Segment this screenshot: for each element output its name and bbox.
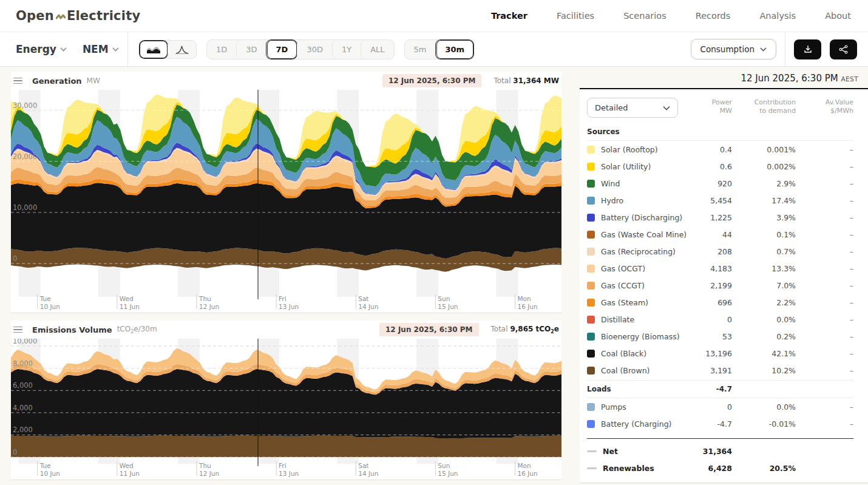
line-view-button[interactable] — [168, 41, 196, 58]
legend-row[interactable]: Coal (Black) 13,196 42.1% – — [587, 345, 853, 362]
chart-total: Total 31,364 MW — [493, 76, 559, 85]
series-contribution-value: 0.0% — [732, 315, 796, 324]
region-select-label: NEM — [83, 43, 109, 55]
range-button-1y[interactable]: 1Y — [332, 40, 361, 59]
series-name: Gas (Reciprocating) — [601, 247, 676, 256]
svg-text:Thu: Thu — [198, 295, 211, 302]
legend-row[interactable]: Gas (Steam) 696 2.2% – — [587, 294, 853, 311]
metric-select[interactable]: Energy — [16, 43, 67, 55]
chart-menu-icon[interactable] — [13, 78, 22, 84]
chart-menu-icon[interactable] — [13, 327, 22, 333]
series-power-value: 1,225 — [690, 213, 732, 222]
series-av-value: – — [796, 402, 853, 412]
nav-item-facilities[interactable]: Facilities — [557, 11, 594, 21]
chart-unit: MW — [87, 76, 100, 85]
series-name: Pumps — [601, 402, 626, 412]
legend-row[interactable]: Pumps 0 0.0% – — [587, 398, 853, 415]
nav-item-tracker[interactable]: Tracker — [491, 11, 527, 21]
legend-row[interactable]: Solar (Rooftop) 0.4 0.001% – — [587, 141, 853, 158]
svg-text:10,000: 10,000 — [13, 203, 37, 212]
range-button-all[interactable]: ALL — [361, 40, 393, 59]
legend-row[interactable]: Battery (Discharging) 1,225 3.9% – — [587, 209, 853, 226]
chart-title: Emissions Volume — [32, 325, 112, 334]
series-contribution-value: 10.2% — [732, 366, 796, 375]
series-color-swatch — [587, 180, 595, 188]
svg-text:16 Jun: 16 Jun — [518, 470, 538, 477]
region-select[interactable]: NEM — [83, 43, 119, 55]
series-power-value: 696 — [690, 298, 732, 307]
series-av-value: – — [796, 419, 853, 429]
share-button[interactable] — [830, 39, 857, 59]
nav-item-records[interactable]: Records — [696, 11, 731, 21]
interval-button-30m[interactable]: 30m — [436, 40, 474, 59]
range-button-7d[interactable]: 7D — [266, 40, 297, 59]
series-name: Gas (Steam) — [601, 298, 648, 307]
series-color-swatch — [587, 467, 597, 469]
series-name: Coal (Brown) — [601, 366, 649, 375]
range-button-30d[interactable]: 30D — [297, 40, 332, 59]
series-av-value: – — [796, 332, 853, 341]
legend-row[interactable]: Distillate 0 0.0% – — [587, 311, 853, 328]
emissions-stacked-area-chart[interactable]: 02,0004,0006,0008,00010,000Tue10 JunWed1… — [11, 339, 561, 480]
detail-mode-select[interactable]: Detailed — [587, 98, 678, 118]
download-button[interactable] — [794, 39, 821, 59]
range-button-3d[interactable]: 3D — [236, 40, 266, 59]
svg-text:11 Jun: 11 Jun — [120, 303, 140, 310]
legend-row[interactable]: Solar (Utility) 0.6 0.002% – — [587, 158, 853, 175]
series-color-swatch — [587, 214, 595, 222]
series-contribution-value: -0.01% — [732, 419, 796, 429]
open-electricity-logo[interactable]: Open Electricity — [16, 8, 140, 23]
legend-row[interactable]: Gas (Reciprocating) 208 0.7% – — [587, 243, 853, 260]
stacked-area-view-button[interactable] — [140, 41, 168, 58]
panel-datetime: 12 Jun 2025, 6:30 PM AEST — [580, 69, 868, 88]
series-av-value: – — [796, 366, 853, 375]
detail-mode-label: Detailed — [595, 103, 628, 112]
series-name: Wind — [601, 179, 620, 188]
series-av-value: – — [796, 281, 853, 290]
series-av-value: – — [796, 315, 853, 324]
legend-row[interactable]: Bioenergy (Biomass) 53 0.2% – — [587, 328, 853, 345]
nav-item-scenarios[interactable]: Scenarios — [623, 11, 666, 21]
legend-row[interactable]: Battery (Charging) -4.7 -0.01% – — [587, 415, 853, 432]
generation-stacked-area-chart[interactable]: 010,00020,00030,000Tue10 JunWed11 JunThu… — [11, 90, 561, 313]
detail-panel: Detailed PowerMW Contributionto demand A… — [580, 88, 868, 483]
nav-item-analysis[interactable]: Analysis — [759, 11, 796, 21]
series-power-value: 0 — [690, 402, 732, 412]
series-color-swatch — [587, 316, 595, 324]
chevron-down-icon — [112, 47, 119, 52]
interval-button-5m[interactable]: 5m — [405, 40, 436, 59]
legend-row[interactable]: Wind 920 2.9% – — [587, 175, 853, 192]
sources-rows: Solar (Rooftop) 0.4 0.001% – Solar (Util… — [587, 141, 853, 379]
series-color-swatch — [587, 350, 595, 358]
legend-row[interactable]: Renewables 6,428 20.5% — [587, 460, 853, 477]
nav-item-about[interactable]: About — [825, 11, 851, 21]
svg-text:Fri: Fri — [279, 295, 287, 302]
consumption-select[interactable]: Consumption — [691, 39, 776, 59]
legend-row[interactable]: Gas (OCGT) 4,183 13.3% – — [587, 260, 853, 277]
series-power-value: 6,428 — [690, 464, 732, 473]
series-color-swatch — [587, 197, 595, 205]
legend-row[interactable]: Coal (Brown) 3,191 10.2% – — [587, 362, 853, 379]
series-contribution-value: 3.9% — [732, 213, 796, 222]
series-power-value: 0 — [690, 315, 732, 324]
legend-row[interactable]: Gas (CCGT) 2,199 7.0% – — [587, 277, 853, 294]
chart-title: Generation — [32, 76, 82, 86]
series-contribution-value: 17.4% — [732, 196, 796, 205]
series-av-value: – — [796, 179, 853, 188]
legend-row[interactable]: Gas (Waste Coal Mine) 44 0.1% – — [587, 226, 853, 243]
svg-text:8,000: 8,000 — [13, 359, 33, 368]
svg-text:6,000: 6,000 — [13, 381, 33, 390]
svg-text:Tue: Tue — [39, 462, 51, 469]
chevron-down-icon — [60, 47, 67, 52]
chart-unit: tCO2e/30m — [117, 325, 157, 334]
svg-text:Thu: Thu — [198, 462, 211, 469]
series-power-value: 0.6 — [690, 162, 732, 171]
column-header-contribution: Contributionto demand — [732, 98, 796, 115]
series-name: Battery (Discharging) — [601, 213, 682, 222]
chart-style-group — [139, 40, 197, 59]
legend-row[interactable]: Hydro 5,454 17.4% – — [587, 192, 853, 209]
series-power-value: 3,191 — [690, 366, 732, 375]
legend-row[interactable]: Net 31,364 — [587, 443, 853, 460]
range-button-1d[interactable]: 1D — [207, 40, 236, 59]
svg-text:Fri: Fri — [279, 462, 287, 469]
